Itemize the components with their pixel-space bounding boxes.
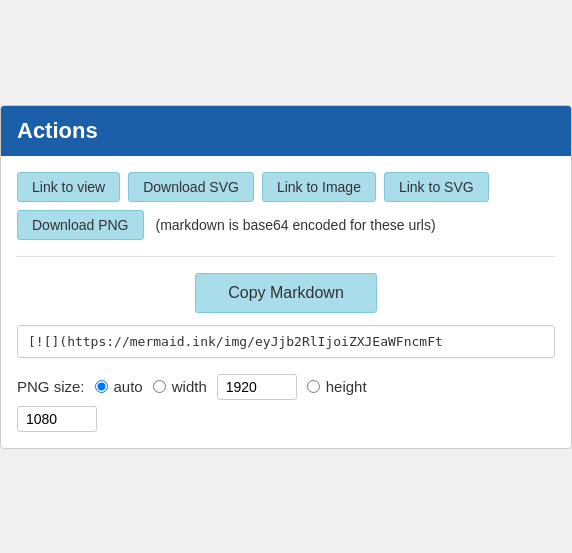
height-input[interactable] <box>17 406 97 432</box>
copy-markdown-button[interactable]: Copy Markdown <box>195 273 377 313</box>
height-radio[interactable] <box>307 380 320 393</box>
note-text: (markdown is base64 encoded for these ur… <box>156 217 436 233</box>
png-size-row: PNG size: auto width height <box>17 374 555 400</box>
height-radio-group: height <box>307 378 367 395</box>
panel-body: Link to view Download SVG Link to Image … <box>1 156 571 448</box>
action-buttons-row1: Link to view Download SVG Link to Image … <box>17 172 555 202</box>
width-input[interactable] <box>217 374 297 400</box>
auto-radio[interactable] <box>95 380 108 393</box>
download-png-button[interactable]: Download PNG <box>17 210 144 240</box>
width-radio[interactable] <box>153 380 166 393</box>
auto-radio-group: auto <box>95 378 143 395</box>
panel-title: Actions <box>17 118 555 144</box>
auto-label[interactable]: auto <box>114 378 143 395</box>
height-input-row <box>17 406 555 432</box>
png-size-section: PNG size: auto width height <box>17 374 555 432</box>
link-to-view-button[interactable]: Link to view <box>17 172 120 202</box>
copy-section: Copy Markdown <box>17 273 555 313</box>
width-label[interactable]: width <box>172 378 207 395</box>
actions-panel: Actions Link to view Download SVG Link t… <box>0 105 572 449</box>
download-svg-button[interactable]: Download SVG <box>128 172 254 202</box>
width-radio-group: width <box>153 378 207 395</box>
link-to-image-button[interactable]: Link to Image <box>262 172 376 202</box>
height-label[interactable]: height <box>326 378 367 395</box>
panel-header: Actions <box>1 106 571 156</box>
link-to-svg-button[interactable]: Link to SVG <box>384 172 489 202</box>
action-buttons-row2: Download PNG (markdown is base64 encoded… <box>17 210 555 240</box>
markdown-display: [![](https://mermaid.ink/img/eyJjb2RlIjo… <box>17 325 555 358</box>
divider <box>17 256 555 257</box>
png-size-label: PNG size: <box>17 378 85 395</box>
